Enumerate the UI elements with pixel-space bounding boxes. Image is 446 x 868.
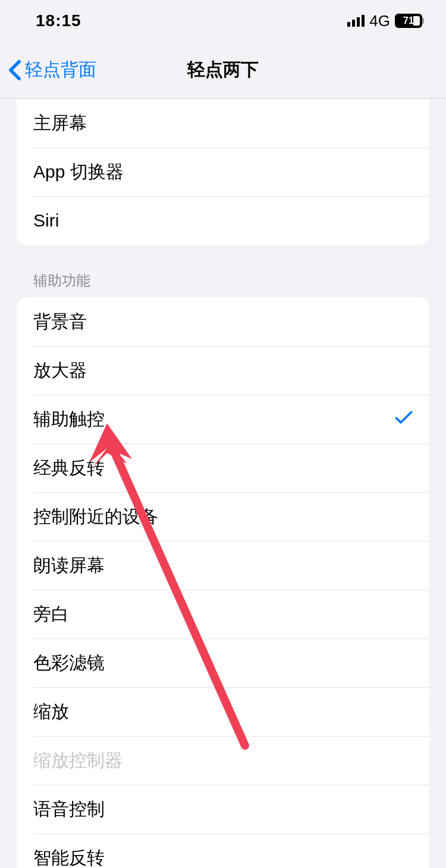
row-siri[interactable]: Siri [17, 196, 429, 245]
checkmark-icon [395, 409, 413, 430]
row-label: 缩放 [33, 700, 69, 724]
row-label: 经典反转 [33, 456, 105, 480]
battery-icon: 71 [395, 14, 422, 28]
back-button[interactable]: 轻点背面 [0, 58, 96, 82]
row-label: 缩放控制器 [33, 749, 123, 773]
row-label: 背景音 [33, 310, 87, 334]
row-label: 旁白 [33, 602, 69, 627]
status-bar: 18:15 4G 71 [0, 0, 446, 42]
chevron-left-icon [8, 59, 21, 81]
row-label: 主屏幕 [33, 111, 87, 136]
row-home-screen[interactable]: 主屏幕 [17, 99, 429, 147]
row-label: 语音控制 [33, 797, 105, 822]
row-zoom[interactable]: 缩放 [17, 687, 429, 736]
row-label: 朗读屏幕 [33, 553, 105, 578]
row-app-switcher[interactable]: App 切换器 [17, 147, 429, 196]
row-label: App 切换器 [33, 160, 124, 184]
status-time: 18:15 [36, 11, 81, 30]
section-header-accessibility: 辅助功能 [33, 271, 413, 290]
row-label: 放大器 [33, 358, 87, 383]
row-smart-invert[interactable]: 智能反转 [17, 834, 429, 868]
battery-percent: 71 [403, 15, 414, 26]
status-right: 4G 71 [347, 12, 422, 30]
row-background-sounds[interactable]: 背景音 [17, 297, 429, 346]
row-speak-screen[interactable]: 朗读屏幕 [17, 541, 429, 590]
back-label: 轻点背面 [25, 58, 96, 82]
row-label: Siri [33, 210, 59, 231]
content: 主屏幕 App 切换器 Siri 辅助功能 背景音 放大器 辅助触控 经典反转 … [0, 99, 446, 868]
row-label: 智能反转 [33, 846, 105, 869]
navigation-bar: 轻点背面 轻点两下 [0, 42, 446, 99]
row-label: 辅助触控 [33, 407, 105, 432]
network-label: 4G [369, 12, 390, 30]
group-system: 主屏幕 App 切换器 Siri [17, 99, 429, 245]
group-accessibility: 背景音 放大器 辅助触控 经典反转 控制附近的设备 朗读屏幕 旁白 色彩滤镜 缩… [17, 297, 429, 868]
row-label: 色彩滤镜 [33, 651, 105, 675]
row-control-nearby-devices[interactable]: 控制附近的设备 [17, 492, 429, 541]
row-classic-invert[interactable]: 经典反转 [17, 444, 429, 492]
row-label: 控制附近的设备 [33, 505, 158, 529]
row-magnifier[interactable]: 放大器 [17, 346, 429, 395]
cellular-signal-icon [347, 15, 365, 27]
row-color-filters[interactable]: 色彩滤镜 [17, 639, 429, 687]
row-voiceover[interactable]: 旁白 [17, 590, 429, 639]
row-voice-control[interactable]: 语音控制 [17, 785, 429, 834]
row-assistive-touch[interactable]: 辅助触控 [17, 395, 429, 444]
row-zoom-controller: 缩放控制器 [17, 736, 429, 785]
